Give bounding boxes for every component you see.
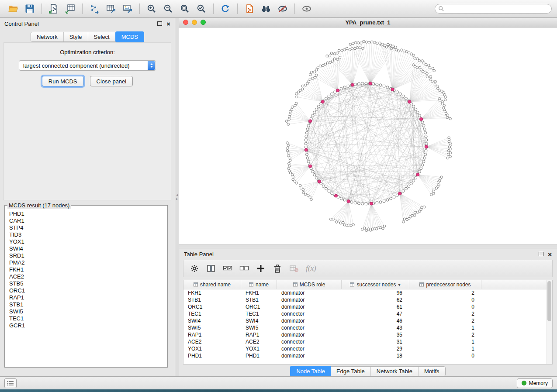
tab-edge-table[interactable]: Edge Table: [331, 367, 371, 376]
table-row[interactable]: ACE2ACE2connector311: [183, 338, 552, 345]
table-row[interactable]: FKH1FKH1dominator962: [183, 289, 552, 296]
zoom-fit-button[interactable]: [177, 2, 193, 15]
table-row[interactable]: ORC1ORC1dominator610: [183, 303, 552, 310]
mcds-result-item[interactable]: FKH1: [9, 266, 163, 273]
table-scrollbar-thumb[interactable]: [547, 281, 551, 321]
float-table-panel-button[interactable]: [539, 252, 543, 256]
network-view[interactable]: [179, 28, 557, 244]
deselect-all-rows-button[interactable]: [238, 262, 251, 275]
mcds-result-list[interactable]: PHD1CAR1STP4TID3YOX1SWI4SRD1PMA2FKH1ACE2…: [6, 210, 166, 366]
mcds-result-item[interactable]: SRD1: [9, 252, 163, 259]
zoom-selected-button[interactable]: [194, 2, 209, 15]
tab-motifs[interactable]: Motifs: [419, 367, 445, 376]
table-disabled-icon: [289, 264, 299, 273]
mcds-result-item[interactable]: YOX1: [9, 238, 163, 245]
search-network-button[interactable]: [258, 2, 274, 15]
function-builder-button[interactable]: f(x): [306, 264, 316, 273]
import-table-button[interactable]: [62, 2, 78, 15]
mcds-result-item[interactable]: STB5: [9, 280, 163, 287]
table-cell: STB1: [183, 296, 241, 303]
table-cell-filler: [481, 324, 552, 331]
column-header-predecessor-nodes[interactable]: predecessor nodes: [409, 280, 481, 289]
tab-network-table[interactable]: Network Table: [371, 367, 419, 376]
mcds-result-item[interactable]: RAP1: [9, 294, 163, 301]
column-header-shared-name[interactable]: shared name: [183, 280, 241, 289]
sort-desc-icon[interactable]: ▾: [398, 282, 401, 287]
run-mcds-button[interactable]: Run MCDS: [42, 76, 84, 86]
float-panel-button[interactable]: [157, 21, 162, 26]
tab-select[interactable]: Select: [88, 32, 116, 41]
vertical-splitter[interactable]: ◂ ▸: [175, 18, 179, 376]
refresh-icon: [220, 3, 231, 14]
mcds-result-item[interactable]: TID3: [9, 231, 163, 238]
import-network-button[interactable]: [46, 2, 62, 15]
table-row[interactable]: RAP1RAP1dominator352: [183, 331, 552, 338]
mcds-result-item[interactable]: ORC1: [9, 287, 163, 294]
splitter-collapse-left-icon[interactable]: ◂: [176, 193, 178, 197]
horizontal-splitter[interactable]: [179, 244, 557, 248]
column-header-label: name: [256, 282, 269, 288]
export-network-button[interactable]: [86, 2, 102, 15]
table-row[interactable]: SWI5SWI5connector431: [183, 324, 552, 331]
table-cell: PHD1: [241, 352, 277, 359]
table-cell-filler: [481, 310, 552, 317]
choose-columns-button[interactable]: [204, 262, 218, 275]
zoom-in-button[interactable]: [144, 2, 159, 15]
tab-mcds[interactable]: MCDS: [115, 31, 144, 42]
optimization-criterion-select[interactable]: largest connected component (undirected): [19, 60, 156, 71]
apply-layout-button[interactable]: [218, 2, 233, 15]
mcds-result-item[interactable]: SWI5: [9, 308, 163, 315]
table-panel-title: Table Panel: [184, 251, 214, 258]
table-cell: 43: [342, 324, 409, 331]
delete-column-button[interactable]: [271, 262, 284, 275]
select-all-rows-button[interactable]: [221, 262, 234, 275]
add-column-button[interactable]: [254, 262, 267, 275]
maximize-window-button[interactable]: [201, 20, 206, 25]
mcds-result-item[interactable]: GCR1: [9, 322, 163, 329]
table-row[interactable]: STB1STB1dominator620: [183, 296, 552, 303]
network-canvas[interactable]: [179, 28, 557, 244]
network-file-button[interactable]: [242, 2, 257, 15]
memory-button[interactable]: Memory: [517, 378, 553, 388]
mcds-result-item[interactable]: CAR1: [9, 217, 163, 224]
minimize-window-button[interactable]: [192, 20, 197, 25]
zoom-out-button[interactable]: [160, 2, 176, 15]
save-session-button[interactable]: [22, 2, 38, 15]
close-table-panel-button[interactable]: ×: [548, 251, 552, 258]
hide-graphics-details-button[interactable]: [275, 2, 291, 15]
mcds-result-item[interactable]: ACE2: [9, 273, 163, 280]
table-row[interactable]: SWI4SWI4dominator462: [183, 317, 552, 324]
show-graphics-details-button[interactable]: [299, 2, 315, 15]
table-cell-filler: [481, 338, 552, 345]
table-row[interactable]: TEC1TEC1connector472: [183, 310, 552, 317]
column-type-icon: [194, 282, 198, 287]
close-panel-button-mcds[interactable]: Close panel: [90, 76, 133, 86]
export-table-button[interactable]: [103, 2, 119, 15]
mcds-result-item[interactable]: SWI4: [9, 245, 163, 252]
tab-node-table[interactable]: Node Table: [290, 366, 331, 377]
tab-style[interactable]: Style: [64, 32, 88, 41]
task-list-icon: [7, 381, 14, 386]
splitter-collapse-right-icon[interactable]: ▸: [176, 197, 178, 201]
close-panel-button[interactable]: ×: [166, 21, 170, 27]
table-row[interactable]: PHD1PHD1dominator180: [183, 352, 552, 359]
table-scrollbar[interactable]: [547, 280, 552, 364]
search-input[interactable]: [435, 4, 552, 14]
mcds-result-item[interactable]: PHD1: [9, 210, 163, 217]
export-image-button[interactable]: [120, 2, 135, 15]
column-header-successor-nodes[interactable]: successor nodes ▾: [342, 280, 409, 289]
show-task-history-button[interactable]: [4, 378, 17, 388]
close-window-button[interactable]: [183, 20, 188, 25]
eye-icon: [301, 3, 312, 14]
mcds-result-item[interactable]: STB1: [9, 301, 163, 308]
mcds-result-item[interactable]: STP4: [9, 224, 163, 231]
tab-network[interactable]: Network: [31, 32, 64, 41]
open-session-button[interactable]: [5, 2, 21, 15]
table-settings-button[interactable]: [188, 262, 201, 275]
memory-label: Memory: [529, 380, 548, 386]
column-header-mcds-role[interactable]: MCDS role: [277, 280, 342, 289]
mcds-result-item[interactable]: TEC1: [9, 315, 163, 322]
table-row[interactable]: YOX1YOX1connector291: [183, 345, 552, 352]
column-header-name[interactable]: name: [241, 280, 277, 289]
mcds-result-item[interactable]: PMA2: [9, 259, 163, 266]
